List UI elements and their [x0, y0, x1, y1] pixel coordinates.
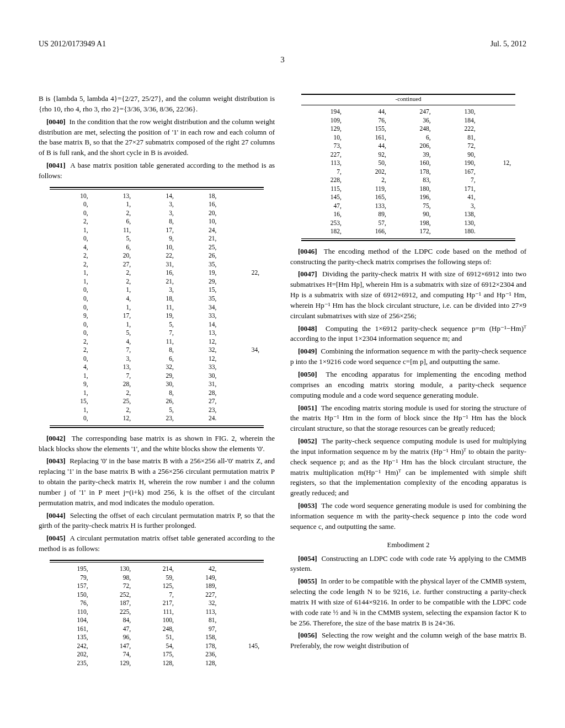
table-cell: 18, — [135, 295, 178, 303]
table-cell: 190, — [435, 159, 480, 168]
table-cell: 0, — [50, 303, 93, 312]
table-cell: 17, — [135, 226, 178, 235]
table-row: 104,84,100,81, — [50, 616, 264, 625]
table-row: 1,2,5,23, — [50, 406, 264, 415]
table-row: 0,5,9,21, — [50, 234, 264, 243]
table-cell: 41, — [435, 193, 480, 202]
table-cell: 130, — [93, 565, 136, 574]
table-cell: 175, — [135, 650, 178, 659]
table-cell: 111, — [135, 608, 178, 617]
table-cell: 35, — [178, 260, 221, 269]
table-cell: 110, — [50, 608, 93, 617]
table-cell: 25, — [93, 397, 136, 406]
table-cell: 9, — [135, 234, 178, 243]
table-cell: 81, — [435, 133, 480, 142]
table-cell: 11, — [93, 226, 136, 235]
table-row: 79,98,59,149, — [50, 574, 264, 582]
table-cell — [221, 260, 264, 269]
table-cell — [221, 582, 264, 591]
table-row: 2,4,11,12, — [50, 338, 264, 346]
embodiment-2-title: Embodiment 2 — [290, 540, 526, 550]
table-cell: 1, — [50, 389, 93, 398]
table-cell: 18, — [178, 192, 221, 201]
table-cell: 222, — [435, 125, 480, 133]
table-cell: 32, — [135, 363, 178, 372]
table-cell: 84, — [93, 616, 136, 625]
paragraph-0041-text: A base matrix position table generated a… — [39, 161, 275, 180]
table-cell — [221, 389, 264, 398]
paragraph-0051: [0051] The encoding matrix storing modul… — [290, 403, 526, 435]
table-cell: 0, — [50, 329, 93, 338]
table-cell: 10, — [301, 133, 346, 142]
table-cell — [221, 329, 264, 338]
table-cell: 57, — [346, 219, 391, 228]
table-row: 16,89,90,138, — [301, 210, 515, 219]
table-cell: 113, — [178, 608, 221, 617]
table-cell: 187, — [93, 599, 136, 608]
table-cell — [480, 202, 515, 211]
table-row: 113,50,160,190,12, — [301, 159, 515, 168]
table-cell: 44, — [346, 108, 391, 116]
table-cell: 150, — [50, 591, 93, 599]
paragraph-0047: [0047] Dividing the parity-check matrix … — [290, 269, 526, 321]
table-cell: 59, — [135, 574, 178, 582]
base-matrix-position-table: 10,13,14,18,0,1,3,16,0,2,3,20,2,6,8,10,1… — [50, 187, 264, 428]
paragraph-0041: [0041] A base matrix position table gene… — [39, 160, 275, 181]
page-number: 3 — [39, 54, 526, 66]
table-cell — [480, 210, 515, 219]
table-row: 1,11,17,24, — [50, 226, 264, 235]
table-row: 47,133,75,3, — [301, 202, 515, 211]
table-row: 0,5,7,13, — [50, 329, 264, 338]
table-cell: 15, — [178, 286, 221, 295]
table-cell — [480, 219, 515, 228]
table-cell: 10, — [178, 217, 221, 226]
table-row: 0,1,3,15, — [50, 286, 264, 295]
table-cell: 39, — [391, 151, 435, 159]
offset-table-part2: -continued 194,44,247,130,109,76,36,184,… — [301, 94, 515, 241]
table-cell: 2, — [93, 277, 136, 286]
table-cell — [480, 125, 515, 133]
table-cell — [221, 414, 264, 423]
table-cell: 26, — [178, 251, 221, 260]
paragraph-0042: [0042] The corresponding base matrix is … — [39, 433, 275, 454]
table-cell: 195, — [50, 565, 93, 574]
table-cell: 129, — [301, 125, 346, 133]
table-cell — [221, 338, 264, 346]
table-row: 7,202,178,167, — [301, 168, 515, 176]
table-cell — [221, 591, 264, 599]
table-cell — [480, 193, 515, 202]
table-cell — [221, 251, 264, 260]
two-column-layout: B is {lambda 5, lambda 4}={2/27, 25/27},… — [39, 94, 526, 673]
table-cell: 3, — [135, 209, 178, 218]
paragraph-0050: [0050] The encoding apparatus for implem… — [290, 370, 526, 401]
table-cell: 47, — [93, 625, 136, 634]
table-cell — [221, 295, 264, 303]
table-row: 2,27,31,35, — [50, 260, 264, 269]
table-cell: 4, — [50, 243, 93, 252]
paragraph-0052-text: The parity-check sequence computing modu… — [290, 437, 526, 497]
paragraph-0052: [0052] The parity-check sequence computi… — [290, 436, 526, 499]
table-cell: 9, — [50, 312, 93, 320]
table-row: 109,76,36,184, — [301, 116, 515, 125]
paragraph-0056: [0056] Selecting the row weight and the … — [290, 630, 526, 651]
table-row: 10,161,6,81, — [301, 133, 515, 142]
table-row: 0,2,3,20, — [50, 209, 264, 218]
paragraph-0054: [0054] Constructing an LDPC code with co… — [290, 554, 526, 575]
table-cell: 31, — [135, 260, 178, 269]
table-cell: 2, — [93, 389, 136, 398]
table-cell: 0, — [50, 234, 93, 243]
table-cell: 47, — [301, 202, 346, 211]
table-cell: 89, — [346, 210, 391, 219]
table-cell: 242, — [50, 642, 93, 651]
table-cell: 17, — [93, 312, 136, 320]
table-cell: 128, — [135, 659, 178, 668]
page-header: US 2012/0173949 A1 Jul. 5, 2012 — [39, 39, 526, 50]
table-cell: 125, — [135, 582, 178, 591]
table-cell — [480, 185, 515, 194]
table-cell: 3, — [435, 202, 480, 211]
right-column: -continued 194,44,247,130,109,76,36,184,… — [290, 94, 526, 673]
table-row: 4,6,10,25, — [50, 243, 264, 252]
table-cell — [221, 320, 264, 329]
table-cell: 1, — [93, 320, 136, 329]
table-cell: 5, — [93, 234, 136, 243]
